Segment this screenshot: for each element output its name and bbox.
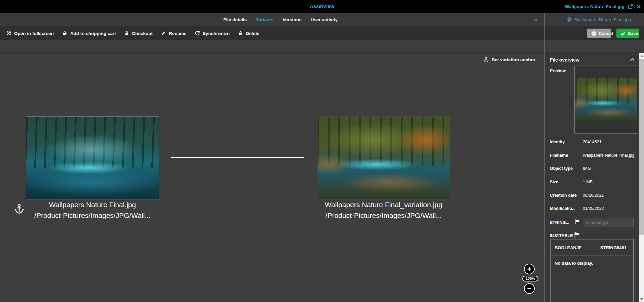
tab-file-details[interactable]: File details (223, 17, 247, 22)
metadata-fields: Identity 20414621 Filename Wallpapers Na… (550, 140, 635, 220)
tab-versions[interactable]: Versions (282, 17, 301, 22)
trash-icon (238, 31, 243, 36)
titlebar-right-group: Wallpapers Nature Final.jpg (565, 0, 641, 13)
field-label: Creation date (550, 193, 583, 198)
file-overview-title: File overview (550, 57, 579, 63)
toolbar: Open in fullscreen Add to shopping cart … (0, 26, 644, 40)
panel-file-header: Wallpapers Nature Final.jpg (566, 13, 631, 26)
toolbar-left-group: Open in fullscreen Add to shopping cart … (6, 26, 259, 40)
toolbar-item-label: Delete (246, 31, 260, 36)
table-empty-text: No data to display. (551, 256, 633, 270)
anchor-icon (483, 57, 489, 63)
table-field-label: 8481TABLE (550, 233, 573, 238)
field-value: IMG (583, 166, 635, 171)
scroll-down-arrow-icon[interactable] (639, 296, 644, 302)
tab-user-activity[interactable]: User activity (311, 17, 338, 22)
preview-box (574, 66, 638, 134)
field-label: Modificatio... (550, 206, 583, 211)
open-in-fullscreen-button[interactable]: Open in fullscreen (6, 31, 54, 36)
titlebar-filename: Wallpapers Nature Final.jpg (565, 4, 624, 9)
variant-image-variation[interactable] (317, 116, 450, 199)
asset-path: /Product-Pictures/Images/JPG/Wall... (317, 210, 450, 221)
table-column-booleanjf: BOOLEANJF (555, 245, 581, 250)
table-field: BOOLEANJF STRING8481 No data to display. (550, 239, 634, 302)
variation-anchor-icon (14, 203, 24, 215)
zoom-out-button[interactable] (524, 283, 535, 294)
open-external-icon[interactable] (628, 4, 633, 9)
field-row-object-type: Object type IMG (550, 166, 635, 180)
check-icon (620, 31, 626, 36)
file-overview-panel: File overview Preview Identity 20414621 … (544, 53, 644, 302)
cancel-button[interactable]: Cancel (587, 29, 611, 38)
variation-connector-line (171, 157, 304, 158)
title-bar: AssetView Wallpapers Nature Final.jpg (0, 0, 644, 13)
panel-scrollbar (639, 53, 644, 302)
flag-icon[interactable] (574, 219, 581, 225)
close-icon[interactable] (636, 4, 641, 9)
toolbar-item-label: Add to shopping cart (70, 31, 116, 36)
field-row-filename: Filename Wallpapers Nature Final.jpg (550, 153, 635, 166)
panel-vertical-divider (544, 13, 544, 302)
cancel-label: Cancel (599, 31, 613, 36)
app-title: AssetView (0, 0, 644, 13)
toolbar-item-label: Open in fullscreen (14, 31, 54, 36)
rename-button[interactable]: Rename (161, 31, 187, 36)
table-column-string8481: STRING8481 (600, 245, 627, 250)
chevron-up-icon[interactable] (630, 58, 635, 62)
field-value: 01/25/2022 (583, 206, 635, 211)
toolbar-item-label: Rename (169, 31, 187, 36)
set-variation-anchor-button[interactable]: Set variation anchor (483, 52, 535, 67)
variant-image-original[interactable] (26, 116, 159, 199)
zoom-in-button[interactable] (524, 264, 535, 274)
field-value: 08/20/2021 (583, 193, 635, 198)
preview-image (575, 78, 637, 121)
toolbar-item-label: Set variation anchor (492, 57, 535, 62)
zoom-level-indicator[interactable]: 100% (522, 276, 538, 281)
field-row-identity: Identity 20414621 (550, 140, 635, 153)
save-button[interactable]: Save (616, 29, 639, 38)
toolbar-sub-strip (0, 40, 644, 53)
flag-icon[interactable] (573, 231, 580, 238)
field-value: Wallpapers Nature Final.jpg (583, 153, 635, 158)
preview-label: Preview (550, 68, 566, 73)
panel-filename: Wallpapers Nature Final.jpg (575, 17, 631, 22)
table-header-row: BOOLEANJF STRING8481 (551, 239, 633, 256)
save-label: Save (628, 31, 638, 36)
collapse-panel-chevrons-icon[interactable]: » (531, 13, 540, 26)
field-label: Identity (550, 140, 583, 144)
globe-icon (566, 17, 572, 23)
tab-bar: File details Variants Versions User acti… (0, 13, 644, 26)
asset-title: Wallpapers Nature Final_variation.jpg (317, 199, 450, 210)
scrollbar-thumb[interactable] (639, 59, 644, 235)
cancel-circle-x-icon (591, 31, 596, 36)
toolbar-item-label: Synchronize (203, 31, 230, 36)
field-label: Filename (550, 153, 583, 158)
scroll-up-arrow-icon[interactable] (639, 53, 644, 59)
string-field-label: STRING... (550, 220, 569, 225)
string-input[interactable] (583, 218, 634, 227)
tab-variants[interactable]: Variants (256, 17, 274, 22)
field-label: Size (550, 180, 583, 184)
asset-caption-original: Wallpapers Nature Final.jpg /Product-Pic… (26, 199, 159, 221)
add-to-shopping-cart-button[interactable]: Add to shopping cart (62, 31, 116, 36)
fullscreen-icon (6, 31, 11, 36)
field-label: Object type (550, 166, 583, 171)
panel-action-buttons: Cancel Save (587, 29, 639, 38)
sync-icon (195, 31, 200, 36)
checkout-button[interactable]: Checkout (124, 31, 153, 36)
field-value: 1 MB (583, 180, 635, 184)
shopping-cart-icon (62, 31, 68, 36)
synchronize-button[interactable]: Synchronize (195, 31, 230, 36)
field-row-size: Size 1 MB (550, 180, 635, 193)
field-row-creation-date: Creation date 08/20/2021 (550, 193, 635, 206)
asset-title: Wallpapers Nature Final.jpg (26, 199, 159, 210)
tabs-group: File details Variants Versions User acti… (223, 13, 338, 26)
asset-path: /Product-Pictures/Images/JPG/Wall... (26, 210, 159, 221)
field-value: 20414621 (583, 140, 635, 144)
lock-icon (124, 31, 129, 36)
toolbar-item-label: Checkout (132, 31, 153, 36)
asset-caption-variation: Wallpapers Nature Final_variation.jpg /P… (317, 199, 450, 221)
pencil-icon (161, 31, 166, 36)
delete-button[interactable]: Delete (238, 31, 260, 36)
